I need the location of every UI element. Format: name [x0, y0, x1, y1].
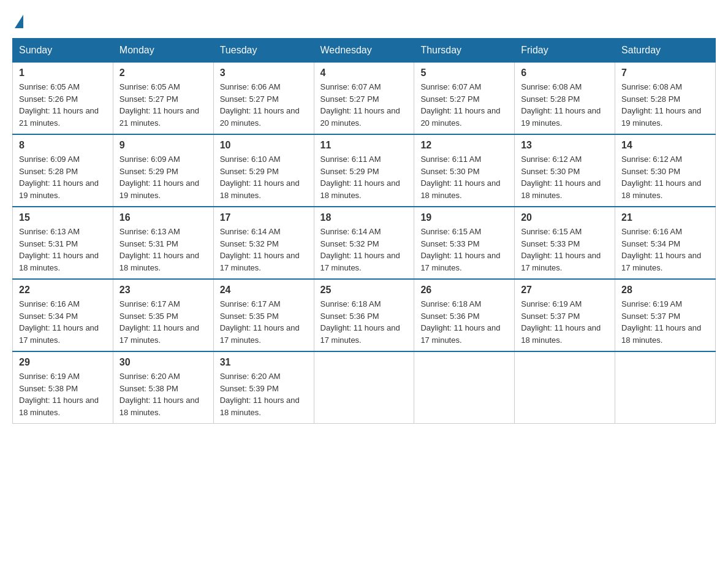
calendar-cell: 19 Sunrise: 6:15 AM Sunset: 5:33 PM Dayl…	[414, 207, 515, 279]
day-number: 17	[220, 212, 308, 223]
day-number: 30	[119, 357, 207, 368]
calendar-cell	[515, 351, 615, 424]
day-number: 16	[119, 212, 207, 223]
day-info: Sunrise: 6:06 AM Sunset: 5:27 PM Dayligh…	[220, 81, 308, 129]
day-info: Sunrise: 6:09 AM Sunset: 5:29 PM Dayligh…	[119, 153, 207, 201]
calendar-cell: 23 Sunrise: 6:17 AM Sunset: 5:35 PM Dayl…	[113, 279, 213, 351]
day-info: Sunrise: 6:05 AM Sunset: 5:27 PM Dayligh…	[119, 81, 207, 129]
day-number: 10	[220, 140, 308, 151]
logo-triangle-icon	[15, 15, 23, 28]
day-number: 23	[119, 285, 207, 296]
day-number: 31	[220, 357, 308, 368]
day-info: Sunrise: 6:05 AM Sunset: 5:26 PM Dayligh…	[19, 81, 107, 129]
calendar-cell: 11 Sunrise: 6:11 AM Sunset: 5:29 PM Dayl…	[314, 134, 414, 207]
day-number: 20	[521, 212, 609, 223]
logo-top	[12, 12, 23, 28]
day-info: Sunrise: 6:18 AM Sunset: 5:36 PM Dayligh…	[420, 298, 508, 346]
day-number: 19	[420, 212, 508, 223]
calendar-cell: 6 Sunrise: 6:08 AM Sunset: 5:28 PM Dayli…	[515, 63, 615, 135]
calendar-cell: 15 Sunrise: 6:13 AM Sunset: 5:31 PM Dayl…	[13, 207, 113, 279]
day-info: Sunrise: 6:14 AM Sunset: 5:32 PM Dayligh…	[220, 226, 308, 274]
day-number: 3	[220, 67, 308, 79]
day-info: Sunrise: 6:16 AM Sunset: 5:34 PM Dayligh…	[19, 298, 107, 346]
day-number: 28	[621, 285, 709, 296]
day-info: Sunrise: 6:13 AM Sunset: 5:31 PM Dayligh…	[119, 226, 207, 274]
calendar-week-row: 8 Sunrise: 6:09 AM Sunset: 5:28 PM Dayli…	[13, 134, 716, 207]
page-header	[12, 12, 716, 26]
calendar-cell: 7 Sunrise: 6:08 AM Sunset: 5:28 PM Dayli…	[615, 63, 716, 135]
day-info: Sunrise: 6:09 AM Sunset: 5:28 PM Dayligh…	[19, 153, 107, 201]
calendar-cell: 16 Sunrise: 6:13 AM Sunset: 5:31 PM Dayl…	[113, 207, 213, 279]
calendar-cell: 12 Sunrise: 6:11 AM Sunset: 5:30 PM Dayl…	[414, 134, 515, 207]
day-number: 9	[119, 140, 207, 151]
day-info: Sunrise: 6:12 AM Sunset: 5:30 PM Dayligh…	[621, 153, 709, 201]
day-header-sunday: Sunday	[13, 39, 113, 63]
day-number: 5	[420, 67, 508, 79]
day-number: 12	[420, 140, 508, 151]
day-number: 25	[320, 285, 408, 296]
day-header-tuesday: Tuesday	[213, 39, 314, 63]
calendar-cell: 30 Sunrise: 6:20 AM Sunset: 5:38 PM Dayl…	[113, 351, 213, 424]
day-header-monday: Monday	[113, 39, 213, 63]
calendar-cell: 20 Sunrise: 6:15 AM Sunset: 5:33 PM Dayl…	[515, 207, 615, 279]
calendar-cell: 14 Sunrise: 6:12 AM Sunset: 5:30 PM Dayl…	[615, 134, 716, 207]
day-header-thursday: Thursday	[414, 39, 515, 63]
day-info: Sunrise: 6:12 AM Sunset: 5:30 PM Dayligh…	[521, 153, 609, 201]
day-number: 11	[320, 140, 408, 151]
day-info: Sunrise: 6:18 AM Sunset: 5:36 PM Dayligh…	[320, 298, 408, 346]
day-info: Sunrise: 6:07 AM Sunset: 5:27 PM Dayligh…	[420, 81, 508, 129]
calendar-cell: 1 Sunrise: 6:05 AM Sunset: 5:26 PM Dayli…	[13, 63, 113, 135]
calendar-cell: 26 Sunrise: 6:18 AM Sunset: 5:36 PM Dayl…	[414, 279, 515, 351]
logo	[12, 12, 23, 26]
calendar-cell: 4 Sunrise: 6:07 AM Sunset: 5:27 PM Dayli…	[314, 63, 414, 135]
day-number: 29	[19, 357, 107, 368]
day-info: Sunrise: 6:20 AM Sunset: 5:39 PM Dayligh…	[220, 370, 308, 418]
calendar-cell: 3 Sunrise: 6:06 AM Sunset: 5:27 PM Dayli…	[213, 63, 314, 135]
day-info: Sunrise: 6:19 AM Sunset: 5:37 PM Dayligh…	[621, 298, 709, 346]
day-number: 15	[19, 212, 107, 223]
day-header-wednesday: Wednesday	[314, 39, 414, 63]
calendar-week-row: 15 Sunrise: 6:13 AM Sunset: 5:31 PM Dayl…	[13, 207, 716, 279]
calendar-cell: 5 Sunrise: 6:07 AM Sunset: 5:27 PM Dayli…	[414, 63, 515, 135]
day-number: 13	[521, 140, 609, 151]
day-number: 7	[621, 67, 709, 79]
calendar-cell: 18 Sunrise: 6:14 AM Sunset: 5:32 PM Dayl…	[314, 207, 414, 279]
calendar-cell: 27 Sunrise: 6:19 AM Sunset: 5:37 PM Dayl…	[515, 279, 615, 351]
calendar-table: SundayMondayTuesdayWednesdayThursdayFrid…	[12, 38, 716, 424]
day-number: 1	[19, 67, 107, 79]
calendar-cell: 17 Sunrise: 6:14 AM Sunset: 5:32 PM Dayl…	[213, 207, 314, 279]
day-number: 26	[420, 285, 508, 296]
day-number: 18	[320, 212, 408, 223]
day-header-saturday: Saturday	[615, 39, 716, 63]
calendar-cell: 29 Sunrise: 6:19 AM Sunset: 5:38 PM Dayl…	[13, 351, 113, 424]
day-info: Sunrise: 6:08 AM Sunset: 5:28 PM Dayligh…	[521, 81, 609, 129]
day-number: 14	[621, 140, 709, 151]
day-number: 4	[320, 67, 408, 79]
day-number: 24	[220, 285, 308, 296]
calendar-week-row: 29 Sunrise: 6:19 AM Sunset: 5:38 PM Dayl…	[13, 351, 716, 424]
calendar-week-row: 22 Sunrise: 6:16 AM Sunset: 5:34 PM Dayl…	[13, 279, 716, 351]
day-number: 21	[621, 212, 709, 223]
day-info: Sunrise: 6:14 AM Sunset: 5:32 PM Dayligh…	[320, 226, 408, 274]
day-info: Sunrise: 6:15 AM Sunset: 5:33 PM Dayligh…	[420, 226, 508, 274]
calendar-week-row: 1 Sunrise: 6:05 AM Sunset: 5:26 PM Dayli…	[13, 63, 716, 135]
day-info: Sunrise: 6:17 AM Sunset: 5:35 PM Dayligh…	[119, 298, 207, 346]
day-info: Sunrise: 6:13 AM Sunset: 5:31 PM Dayligh…	[19, 226, 107, 274]
day-info: Sunrise: 6:08 AM Sunset: 5:28 PM Dayligh…	[621, 81, 709, 129]
calendar-cell: 31 Sunrise: 6:20 AM Sunset: 5:39 PM Dayl…	[213, 351, 314, 424]
calendar-cell: 9 Sunrise: 6:09 AM Sunset: 5:29 PM Dayli…	[113, 134, 213, 207]
day-info: Sunrise: 6:19 AM Sunset: 5:38 PM Dayligh…	[19, 370, 107, 418]
calendar-cell: 13 Sunrise: 6:12 AM Sunset: 5:30 PM Dayl…	[515, 134, 615, 207]
day-info: Sunrise: 6:07 AM Sunset: 5:27 PM Dayligh…	[320, 81, 408, 129]
day-info: Sunrise: 6:15 AM Sunset: 5:33 PM Dayligh…	[521, 226, 609, 274]
day-header-friday: Friday	[515, 39, 615, 63]
calendar-cell: 10 Sunrise: 6:10 AM Sunset: 5:29 PM Dayl…	[213, 134, 314, 207]
calendar-header-row: SundayMondayTuesdayWednesdayThursdayFrid…	[13, 39, 716, 63]
day-number: 6	[521, 67, 609, 79]
calendar-cell	[314, 351, 414, 424]
calendar-cell: 21 Sunrise: 6:16 AM Sunset: 5:34 PM Dayl…	[615, 207, 716, 279]
day-number: 27	[521, 285, 609, 296]
day-info: Sunrise: 6:17 AM Sunset: 5:35 PM Dayligh…	[220, 298, 308, 346]
day-info: Sunrise: 6:11 AM Sunset: 5:29 PM Dayligh…	[320, 153, 408, 201]
day-number: 22	[19, 285, 107, 296]
